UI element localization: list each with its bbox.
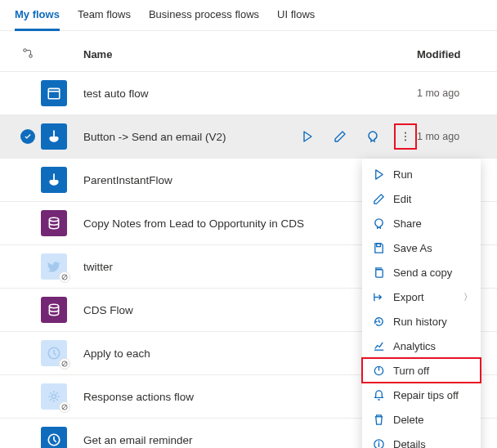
flow-thumb-icon <box>41 297 67 323</box>
trash-icon <box>372 413 385 426</box>
edit-button[interactable] <box>329 125 351 148</box>
tab-bpf[interactable]: Business process flows <box>149 8 259 30</box>
menu-send-copy[interactable]: Send a copy <box>362 260 481 284</box>
flow-row[interactable]: test auto flow1 mo ago <box>0 72 497 115</box>
flow-name[interactable]: Button -> Send an email (V2) <box>83 131 296 143</box>
menu-save-as[interactable]: Save As <box>362 235 481 260</box>
more-actions-button[interactable] <box>394 123 417 150</box>
svg-point-15 <box>405 139 406 141</box>
info-icon <box>372 437 385 448</box>
flow-type-icon <box>15 47 41 61</box>
power-icon <box>372 364 385 377</box>
menu-share[interactable]: Share <box>362 211 481 235</box>
flow-thumb-icon <box>41 167 67 193</box>
disabled-icon <box>59 271 70 283</box>
run-button[interactable] <box>296 125 319 148</box>
flow-name[interactable]: test auto flow <box>83 87 417 100</box>
header-name[interactable]: Name <box>83 48 417 60</box>
share-button[interactable] <box>361 125 384 148</box>
pencil-icon <box>372 192 385 205</box>
copy-icon <box>372 266 385 279</box>
menu-edit[interactable]: Edit <box>362 186 481 211</box>
disabled-icon <box>59 401 70 413</box>
flow-modified: 1 mo ago <box>417 131 482 142</box>
svg-point-13 <box>405 132 406 134</box>
menu-analytics[interactable]: Analytics <box>362 334 481 358</box>
export-icon <box>372 290 385 303</box>
menu-run-history[interactable]: Run history <box>362 309 481 334</box>
context-menu: Run Edit Share Save As Send a copy Expor… <box>362 159 481 448</box>
tab-ui-flows[interactable]: UI flows <box>277 8 315 30</box>
chevron-right-icon: 〉 <box>463 291 472 303</box>
row-selected-check[interactable] <box>20 129 35 144</box>
bell-icon <box>372 388 385 401</box>
disabled-icon <box>59 358 70 370</box>
flow-row[interactable]: Button -> Send an email (V2)1 mo ago <box>0 115 497 159</box>
play-icon <box>372 168 385 181</box>
menu-turn-off[interactable]: Turn off <box>362 358 481 383</box>
flow-modified: 1 mo ago <box>417 87 482 99</box>
flow-thumb-icon <box>41 210 67 236</box>
chart-icon <box>372 339 385 352</box>
flow-thumb-icon <box>41 427 67 448</box>
tab-team-flows[interactable]: Team flows <box>78 8 131 30</box>
header-modified[interactable]: Modified <box>417 48 482 60</box>
svg-point-14 <box>405 136 406 137</box>
tab-bar: My flows Team flows Business process flo… <box>0 0 497 31</box>
list-header: Name Modified <box>0 31 497 72</box>
menu-details[interactable]: Details <box>362 432 481 448</box>
menu-run[interactable]: Run <box>362 162 481 186</box>
history-icon <box>372 315 385 328</box>
share-icon <box>372 217 385 230</box>
tab-my-flows[interactable]: My flows <box>15 8 60 31</box>
flow-thumb-icon <box>41 123 67 150</box>
save-icon <box>372 241 385 254</box>
flow-thumb-icon <box>41 80 67 106</box>
menu-export[interactable]: Export〉 <box>362 284 481 309</box>
menu-repair-tips[interactable]: Repair tips off <box>362 383 481 407</box>
menu-delete[interactable]: Delete <box>362 407 481 432</box>
